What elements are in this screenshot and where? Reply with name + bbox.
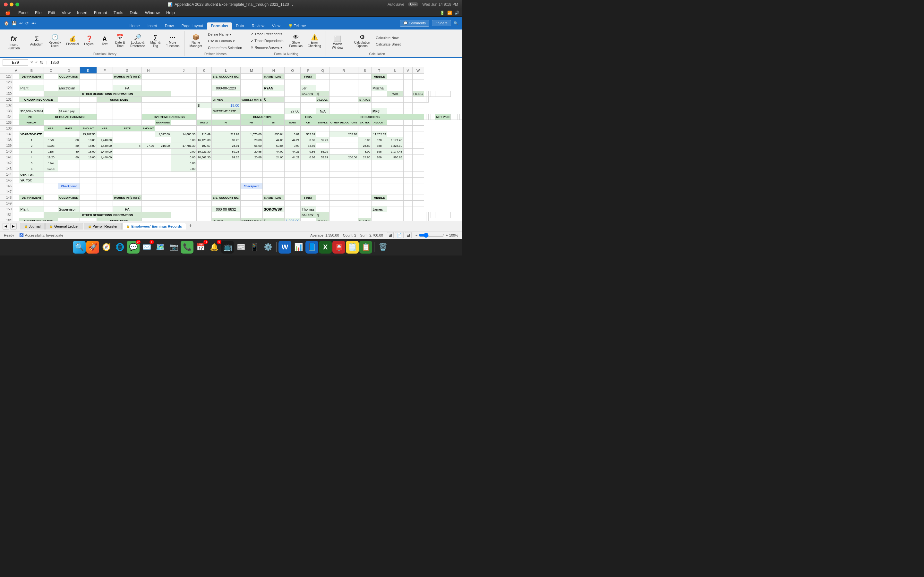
cell-V145[interactable] — [403, 177, 412, 183]
cell-U140[interactable]: 1,177.48 — [387, 149, 403, 155]
cell-O139[interactable]: 0.99 — [284, 143, 300, 149]
logical-button[interactable]: ❓ Logical — [82, 35, 96, 47]
cell-F150[interactable] — [97, 206, 113, 212]
cell-V138[interactable] — [403, 137, 412, 143]
cell-A152[interactable] — [13, 218, 19, 221]
menu-help[interactable]: Help — [164, 10, 178, 16]
search-icon[interactable]: 🔍 — [454, 21, 458, 25]
cell-L127[interactable]: S.S. ACCOUNT NO. — [212, 74, 240, 79]
cell-N128[interactable] — [263, 79, 284, 85]
cell-F145[interactable] — [97, 177, 113, 183]
cell-A137[interactable] — [13, 131, 19, 137]
cell-F149[interactable] — [97, 201, 113, 206]
cell-N138[interactable]: 44.00 — [263, 137, 284, 143]
col-header-U[interactable]: U — [387, 67, 403, 74]
cell-H133[interactable] — [142, 108, 155, 114]
cell-B129[interactable]: Plant — [19, 85, 44, 91]
cell-U138[interactable]: 1,177.48 — [387, 137, 403, 143]
cell-U145[interactable] — [387, 177, 403, 183]
cell-F144[interactable] — [97, 172, 113, 177]
col-header-W[interactable]: W — [412, 67, 424, 74]
cell-B143[interactable]: 6 — [19, 166, 44, 172]
cell-C135[interactable] — [44, 120, 58, 126]
cell-W144[interactable] — [412, 172, 424, 177]
cell-E140[interactable]: 18.00 — [80, 149, 97, 155]
cell-F146[interactable] — [97, 183, 113, 189]
cell-K141[interactable]: 20,661.30 — [196, 155, 212, 160]
cell-R132[interactable] — [329, 103, 358, 108]
cell-P134[interactable] — [431, 114, 433, 120]
home-icon[interactable]: 🏠 — [4, 21, 9, 26]
cell-M137[interactable]: 1,070.00 — [240, 131, 263, 137]
cell-P142[interactable] — [300, 160, 317, 166]
name-manager-button[interactable]: 📦 NameManager — [188, 33, 204, 49]
cell-J140[interactable]: 0.00 — [171, 149, 197, 155]
col-header-C[interactable]: C — [44, 67, 58, 74]
cell-U139[interactable]: 1,323.10 — [387, 143, 403, 149]
cell-F140[interactable]: 1,440.00 — [97, 149, 113, 155]
cell-E135[interactable] — [80, 120, 97, 126]
cell-P137[interactable]: 563.89 — [300, 131, 317, 137]
cell-R135[interactable]: OTHER DEDUCTIONS — [329, 120, 358, 126]
cell-M134[interactable] — [424, 114, 426, 120]
cell-D138[interactable]: 80 — [58, 137, 80, 143]
cell-C127[interactable] — [44, 74, 58, 79]
add-sheet-button[interactable]: + — [187, 223, 194, 229]
cell-H132[interactable] — [142, 103, 155, 108]
cell-U142[interactable] — [387, 160, 403, 166]
col-header-A[interactable]: A — [13, 67, 19, 74]
cell-L137[interactable]: 212.94 — [212, 131, 240, 137]
cell-P136[interactable] — [300, 126, 317, 131]
cell-K139[interactable]: 102.67 — [196, 143, 212, 149]
col-header-S[interactable]: S — [358, 67, 371, 74]
cell-U151[interactable] — [431, 212, 433, 218]
cell-H141[interactable] — [142, 155, 155, 160]
cell-S142[interactable] — [358, 160, 371, 166]
autosum-button[interactable]: Σ AutoSum — [28, 35, 45, 47]
cell-R138[interactable] — [329, 137, 358, 143]
cell-V143[interactable] — [403, 166, 412, 172]
cell-Q137[interactable] — [317, 131, 330, 137]
cell-D133[interactable]: $9 each pay — [58, 108, 80, 114]
cell-E145[interactable] — [80, 177, 97, 183]
cell-F130[interactable] — [212, 91, 240, 97]
cell-U133[interactable] — [387, 108, 403, 114]
cell-E151[interactable] — [196, 212, 212, 218]
cell-A130[interactable] — [13, 91, 19, 97]
cell-A129[interactable] — [13, 85, 19, 91]
dock-activity-monitor[interactable]: 📊 — [292, 241, 305, 253]
cell-P150[interactable]: Thomas — [300, 206, 317, 212]
cell-M149[interactable] — [240, 201, 263, 206]
cell-L136[interactable] — [212, 126, 240, 131]
cell-U149[interactable] — [387, 201, 403, 206]
cell-C133[interactable] — [44, 108, 58, 114]
cell-U128[interactable] — [387, 79, 403, 85]
cell-C138[interactable]: 10/9 — [44, 137, 58, 143]
cell-Q128[interactable] — [317, 79, 330, 85]
cell-K145[interactable] — [196, 177, 212, 183]
cell-G142[interactable] — [113, 160, 142, 166]
cell-O128[interactable] — [284, 79, 300, 85]
col-header-P[interactable]: P — [300, 67, 317, 74]
cell-L133[interactable]: OVERTIME RATE — [212, 108, 240, 114]
cell-Q144[interactable] — [317, 172, 330, 177]
cell-O131[interactable]: ALLOW. — [317, 97, 330, 103]
cell-W152[interactable] — [426, 218, 428, 221]
cell-S143[interactable] — [358, 166, 371, 172]
cell-N146[interactable] — [263, 183, 284, 189]
cell-J141[interactable]: 0.00 — [171, 155, 197, 160]
cell-F129[interactable] — [97, 85, 113, 91]
cell-L129[interactable]: 000-00-1223 — [212, 85, 240, 91]
cell-M144[interactable] — [240, 172, 263, 177]
cell-Q134[interactable] — [433, 114, 435, 120]
cell-F138[interactable]: 1,440.00 — [97, 137, 113, 143]
text-button[interactable]: A Text — [97, 35, 111, 47]
cell-T129[interactable]: Mischa — [371, 85, 387, 91]
cell-C151[interactable]: OTHER DEDUCTIONS INFORMATION — [44, 212, 171, 218]
cell-Q139[interactable] — [317, 143, 330, 149]
cell-J146[interactable] — [171, 183, 197, 189]
cell-V148[interactable] — [403, 195, 412, 201]
cell-H134[interactable] — [212, 114, 240, 120]
cell-F136[interactable]: HRS. — [97, 126, 113, 131]
zoom-control[interactable]: − + 100% — [415, 233, 458, 238]
